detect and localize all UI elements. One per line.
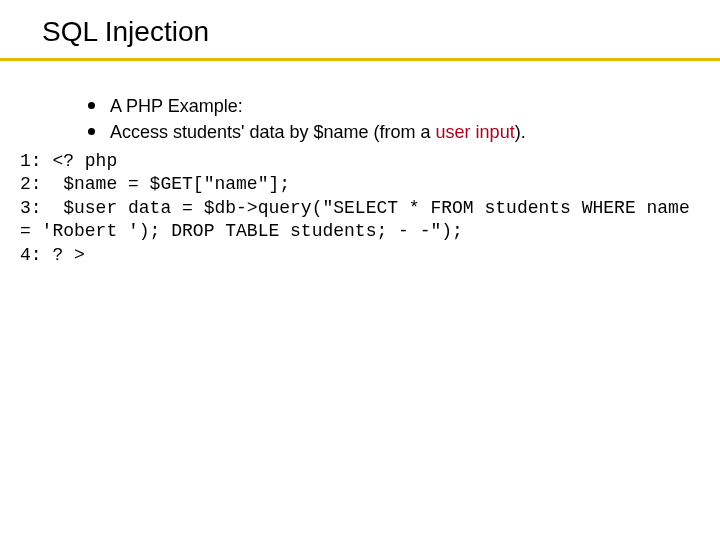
slide-title: SQL Injection — [42, 16, 209, 48]
bullet-item: Access students' data by $name (from a u… — [88, 120, 690, 144]
code-line: 4: ? > — [20, 245, 85, 265]
bullet-text-highlight: user input — [436, 122, 515, 142]
bullet-item: A PHP Example: — [88, 94, 690, 118]
code-line: 2: $name = $GET["name"]; — [20, 174, 290, 194]
title-underline — [0, 58, 720, 61]
bullet-text-suffix: ). — [515, 122, 526, 142]
bullet-list: A PHP Example: Access students' data by … — [48, 94, 690, 147]
slide: SQL Injection A PHP Example: Access stud… — [0, 0, 720, 540]
code-line: 1: <? php — [20, 151, 117, 171]
bullet-text: A PHP Example: — [110, 96, 243, 116]
code-line: 3: $user data = $db->query("SELECT * FRO… — [20, 198, 701, 241]
code-block: 1: <? php 2: $name = $GET["name"]; 3: $u… — [20, 150, 700, 267]
bullet-text-prefix: Access students' data by $name (from a — [110, 122, 436, 142]
